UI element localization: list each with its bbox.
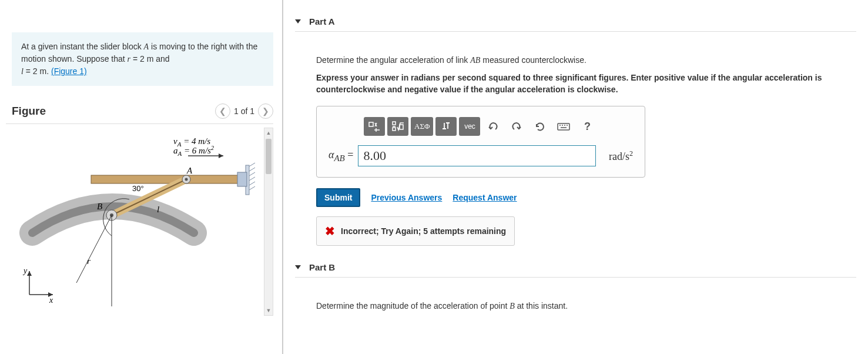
svg-marker-18 [219,153,223,158]
right-column: Part A Determine the angular acceleratio… [283,0,868,354]
part-a-hint: Express your answer in radians per secon… [316,72,856,95]
figure-link[interactable]: (Figure 1) [51,66,87,76]
figure-header: Figure ❮ 1 of 1 ❯ [6,103,273,124]
vector-button[interactable]: vec [459,117,480,136]
label-l: l [157,205,159,214]
keyboard-button[interactable] [553,117,574,136]
svg-rect-26 [393,122,396,125]
desc-l-val: = 2 m [24,66,46,76]
previous-answers-link[interactable]: Previous Answers [371,193,442,202]
collapse-caret-icon [295,265,301,269]
part-a-content: Determine the angular acceleration of li… [295,38,856,246]
answer-row: αAB = rad/s2 [329,145,633,166]
svg-line-1 [249,163,255,166]
pager-label: 1 of 1 [234,106,254,116]
label-x: x [49,296,53,305]
svg-rect-29 [400,125,403,129]
feedback-box: ✖ Incorrect; Try Again; 5 attempts remai… [316,216,515,246]
figure-scrollbar[interactable]: ▲ ▼ [264,128,273,316]
svg-rect-7 [91,175,246,183]
submit-button[interactable]: Submit [316,188,360,207]
redo-button[interactable] [506,117,527,136]
var-A: A [144,42,149,51]
incorrect-icon: ✖ [325,224,335,238]
label-A: A [186,166,193,175]
equation-toolbar: ΑΣΦ vec ? [364,117,633,136]
desc-and: and [153,54,169,64]
svg-line-16 [76,215,112,283]
label-r: r [87,256,91,266]
angle-label: 30° [132,184,144,193]
desc-r-val: = 2 m [130,54,153,64]
feedback-message: Incorrect; Try Again; 5 attempts remaini… [341,226,506,236]
pager-next-button[interactable]: ❯ [258,103,273,119]
part-b-question: Determine the magnitude of the accelerat… [316,300,856,312]
reset-button[interactable] [529,117,551,136]
figure-body: vA = 4 m/s aA = 6 m/s2 30° B l A r y x ▲… [6,124,273,324]
help-button[interactable]: ? [577,117,598,136]
figure-title: Figure [12,105,46,118]
submit-row: Submit Previous Answers Request Answer [316,188,856,207]
svg-line-6 [249,186,255,190]
desc-text: At a given instant the slider block [21,42,144,51]
scroll-up-icon[interactable]: ▲ [264,128,273,138]
scroll-down-icon[interactable]: ▼ [264,306,273,315]
pager-prev-button[interactable]: ❮ [215,103,230,119]
scroll-thumb[interactable] [266,139,272,174]
figure-pager: ❮ 1 of 1 ❯ [215,103,273,119]
desc-period: . [46,66,51,76]
svg-marker-22 [27,271,32,276]
svg-line-5 [249,182,255,185]
part-b-header[interactable]: Part B [295,262,856,278]
svg-rect-8 [237,172,247,186]
answer-box: ΑΣΦ vec ? [316,106,645,178]
undo-button[interactable] [482,117,504,136]
part-a-header[interactable]: Part A [295,16,856,32]
label-y: y [22,266,28,275]
figure-diagram: vA = 4 m/s aA = 6 m/s2 30° B l A r y x [12,130,259,318]
svg-line-3 [249,172,255,176]
part-a-question: Determine the angular acceleration of li… [316,54,856,66]
greek-button[interactable]: ΑΣΦ [411,117,433,136]
part-b-content: Determine the magnitude of the accelerat… [295,283,856,312]
request-answer-link[interactable]: Request Answer [453,193,517,202]
svg-rect-30 [558,123,569,130]
svg-rect-25 [369,122,373,126]
label-B: B [97,202,102,211]
svg-line-2 [249,168,255,171]
answer-input[interactable] [358,145,596,166]
templates-button[interactable] [364,117,385,136]
left-column: At a given instant the slider block A is… [0,0,282,354]
answer-lhs: αAB = [329,149,353,163]
fraction-sqrt-button[interactable] [387,117,408,136]
part-b-title: Part B [309,262,335,272]
part-a-title: Part A [309,16,335,26]
svg-rect-28 [393,128,396,131]
answer-unit: rad/s2 [601,149,633,163]
svg-point-14 [185,178,188,181]
svg-line-4 [249,177,255,181]
collapse-caret-icon [295,19,301,24]
subscript-button[interactable] [435,117,457,136]
problem-description: At a given instant the slider block A is… [12,32,273,86]
